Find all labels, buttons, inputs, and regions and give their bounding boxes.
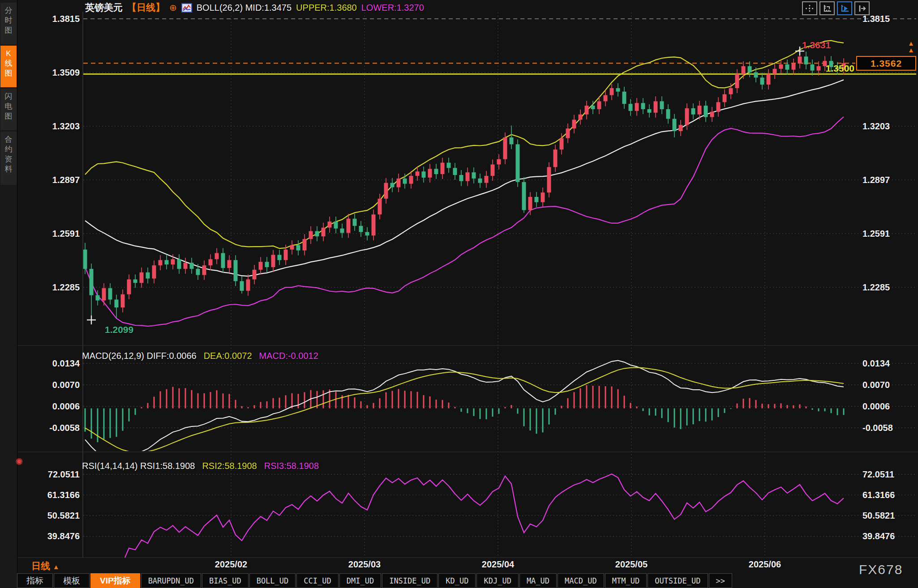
indicator-settings-icon[interactable]: ✺: [15, 456, 23, 467]
sidebar-item-kline-chart[interactable]: K 线 图: [0, 46, 17, 87]
tick-up-arrow-icon: ▲: [908, 40, 914, 47]
tab-kdj_ud[interactable]: KDJ_UD: [476, 573, 518, 588]
shift-right-icon[interactable]: [854, 1, 870, 15]
chart-header: 英镑美元 【日线】 ⊕ BOLL(26,2) MID:1.3475 UPPER:…: [85, 2, 424, 13]
tab-outside_ud[interactable]: OUTSIDE_UD: [648, 573, 708, 588]
chart-type-sidebar: 分 时 图K 线 图闪 电 图合 约 资 料: [0, 0, 17, 588]
period-tag: 【日线】: [127, 1, 165, 14]
sidebar-item-flash-chart[interactable]: 闪 电 图: [0, 89, 17, 130]
tab-bias_ud[interactable]: BIAS_UD: [202, 573, 249, 588]
price-chart-canvas[interactable]: [0, 0, 918, 588]
main-pane: [83, 41, 917, 326]
tab-barupdn_ud[interactable]: BARUPDN_UD: [141, 573, 201, 588]
symbol-name: 英镑美元: [85, 1, 123, 14]
tab-指标[interactable]: 指标: [17, 573, 53, 588]
tab-kd_ud[interactable]: KD_UD: [438, 573, 476, 588]
rsi3-label: RSI3:58.1908: [264, 461, 319, 471]
period-selector-label: 日线: [31, 561, 50, 571]
macd-dea-label: DEA:0.0072: [204, 351, 252, 361]
tab-dmi_ud[interactable]: DMI_UD: [339, 573, 381, 588]
boll-upper-value: UPPER:1.3680: [296, 3, 357, 13]
chart-window: 分 时 图K 线 图闪 电 图合 约 资 料 英镑美元 【日线】 ⊕ BOLL(…: [0, 0, 918, 588]
top-toolbar: [802, 1, 870, 15]
tab-模板[interactable]: 模板: [54, 573, 90, 588]
axis-scale-icon[interactable]: [819, 1, 835, 15]
axis-play-icon[interactable]: [837, 1, 852, 15]
boll-mid-value: BOLL(26,2) MID:1.3475: [197, 3, 292, 13]
time-axis-label: 2025/02: [206, 559, 256, 570]
period-selector[interactable]: 日线 ▲: [31, 560, 60, 572]
pan-crosshair-icon[interactable]: [802, 1, 817, 15]
triangle-up-icon: ▲: [53, 563, 60, 571]
macd-diff-label: MACD(26,12,9) DIFF:0.0066: [82, 351, 197, 361]
rsi-pane: [85, 474, 844, 587]
time-axis-label: 2025/05: [607, 559, 656, 570]
tab-cci_ud[interactable]: CCI_UD: [296, 573, 338, 588]
indicator-tab-bar: 指标模板VIP指标BARUPDN_UDBIAS_UDBOLL_UDCCI_UDD…: [17, 573, 733, 588]
tab-inside_ud[interactable]: INSIDE_UD: [382, 573, 438, 588]
rsi-indicator-labels: RSI(14,14,14) RSI1:58.1908 RSI2:58.1908 …: [82, 461, 319, 471]
tab-boll_ud[interactable]: BOLL_UD: [249, 573, 296, 588]
high-price-label: 1.3631: [802, 40, 831, 51]
tab-vip指标[interactable]: VIP指标: [90, 573, 140, 588]
level-line-label: 1.3500: [779, 63, 854, 74]
rsi2-label: RSI2:58.1908: [202, 461, 257, 471]
fx678-watermark: FX678: [859, 562, 903, 577]
sidebar-item-time-chart[interactable]: 分 时 图: [0, 3, 17, 44]
macd-pane: [85, 361, 844, 461]
time-axis-label: 2025/03: [340, 559, 389, 570]
rsi1-label: RSI(14,14,14) RSI1:58.1908: [82, 461, 195, 471]
tick-up-arrow-icon: ▲: [908, 47, 914, 53]
tab->>[interactable]: >>: [709, 573, 732, 588]
mini-chart-icon[interactable]: [181, 3, 192, 13]
time-axis-label: 2025/06: [740, 559, 789, 570]
tab-macd_ud[interactable]: MACD_UD: [558, 573, 604, 588]
macd-hist-label: MACD:-0.0012: [259, 351, 318, 361]
tab-mtm_ud[interactable]: MTM_UD: [605, 573, 647, 588]
last-price-box[interactable]: 1.3562: [856, 56, 916, 71]
boll-lower-value: LOWER:1.3270: [361, 3, 424, 13]
circle-plus-icon[interactable]: ⊕: [169, 3, 177, 12]
time-axis-label: 2025/04: [473, 559, 523, 570]
macd-indicator-labels: MACD(26,12,9) DIFF:0.0066 DEA:0.0072 MAC…: [82, 351, 318, 361]
low-price-label: 1.2099: [105, 324, 133, 335]
tab-ma_ud[interactable]: MA_UD: [519, 573, 557, 588]
gridlines: [17, 12, 918, 558]
sidebar-item-contract-info[interactable]: 合 约 资 料: [0, 132, 17, 185]
